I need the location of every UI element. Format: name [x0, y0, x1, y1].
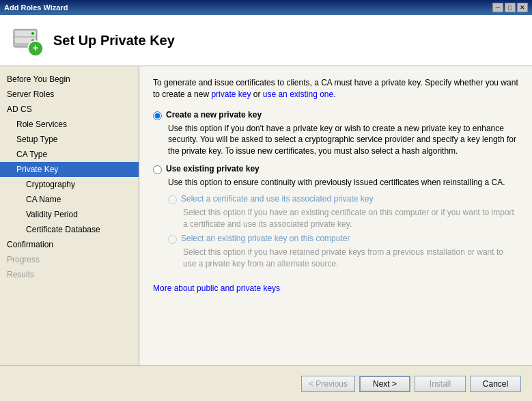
svg-point-3 [31, 32, 34, 35]
sidebar-item-setup-type[interactable]: Setup Type [0, 132, 139, 147]
sidebar-item-private-key[interactable]: Private Key [0, 162, 139, 177]
select-existing-key-option: Select an existing private key on this c… [168, 234, 518, 244]
use-existing-key-section: Use existing private key Use this option… [153, 164, 518, 270]
svg-text:+: + [33, 42, 38, 53]
right-content: To generate and issue certificates to cl… [139, 66, 532, 365]
close-button[interactable]: ✕ [517, 3, 528, 12]
title-bar-text: Add Roles Wizard [4, 3, 68, 12]
next-button[interactable]: Next > [359, 376, 410, 392]
use-existing-key-option: Use existing private key [153, 164, 518, 174]
select-certificate-label: Select a certificate and use its associa… [181, 194, 373, 204]
sidebar-item-ca-name[interactable]: CA Name [0, 192, 139, 207]
use-existing-link[interactable]: use an existing one [263, 89, 333, 99]
sidebar-item-server-roles[interactable]: Server Roles [0, 87, 139, 102]
private-key-link-1[interactable]: private key [211, 89, 251, 99]
install-button[interactable]: Install [415, 376, 466, 392]
sidebar-item-confirmation[interactable]: Confirmation [0, 237, 139, 252]
page-title: Set Up Private Key [53, 33, 175, 49]
create-new-key-radio[interactable] [153, 111, 162, 120]
header-icon-svg: + [11, 24, 44, 57]
sidebar-item-ca-type[interactable]: CA Type [0, 147, 139, 162]
select-existing-key-label: Select an existing private key on this c… [181, 234, 350, 243]
intro-paragraph: To generate and issue certificates to cl… [153, 77, 518, 100]
title-bar: Add Roles Wizard ─ □ ✕ [0, 0, 532, 15]
sidebar-item-progress: Progress [0, 252, 139, 267]
sidebar-item-cryptography[interactable]: Cryptography [0, 177, 139, 192]
sub-options-section: Select a certificate and use its associa… [168, 194, 518, 270]
sidebar-item-certificate-database[interactable]: Certificate Database [0, 222, 139, 237]
sidebar-item-validity-period[interactable]: Validity Period [0, 207, 139, 222]
select-existing-key-desc: Select this option if you have retained … [183, 247, 518, 270]
create-new-key-desc: Use this option if you don't have a priv… [168, 123, 518, 157]
title-bar-controls: ─ □ ✕ [492, 3, 528, 12]
dialog-footer: < Previous Next > Install Cancel [0, 365, 532, 401]
use-existing-key-radio[interactable] [153, 165, 162, 174]
cancel-button[interactable]: Cancel [470, 376, 521, 392]
sidebar-item-results: Results [0, 267, 139, 282]
create-new-key-option: Create a new private key [153, 110, 518, 120]
select-certificate-option: Select a certificate and use its associa… [168, 194, 518, 204]
sidebar-item-ad-cs[interactable]: AD CS [0, 102, 139, 117]
use-existing-key-desc: Use this option to ensure continuity wit… [168, 177, 518, 189]
minimize-button[interactable]: ─ [492, 3, 503, 12]
public-private-keys-link[interactable]: More about public and private keys [153, 284, 280, 293]
maximize-button[interactable]: □ [505, 3, 516, 12]
previous-button[interactable]: < Previous [301, 376, 355, 392]
sidebar-item-before-you-begin[interactable]: Before You Begin [0, 72, 139, 87]
select-existing-key-radio [168, 235, 177, 244]
main-content: Before You Begin Server Roles AD CS Role… [0, 66, 532, 365]
create-new-key-label[interactable]: Create a new private key [166, 110, 262, 120]
select-certificate-radio [168, 195, 177, 204]
left-nav: Before You Begin Server Roles AD CS Role… [0, 66, 139, 365]
dialog-header: + Set Up Private Key [0, 15, 532, 66]
header-icon: + [11, 24, 44, 57]
select-certificate-desc: Select this option if you have an existi… [183, 207, 518, 230]
create-new-key-section: Create a new private key Use this option… [153, 110, 518, 157]
content-link-section: More about public and private keys [153, 284, 518, 293]
sidebar-item-role-services[interactable]: Role Services [0, 117, 139, 132]
use-existing-key-label[interactable]: Use existing private key [166, 164, 260, 174]
